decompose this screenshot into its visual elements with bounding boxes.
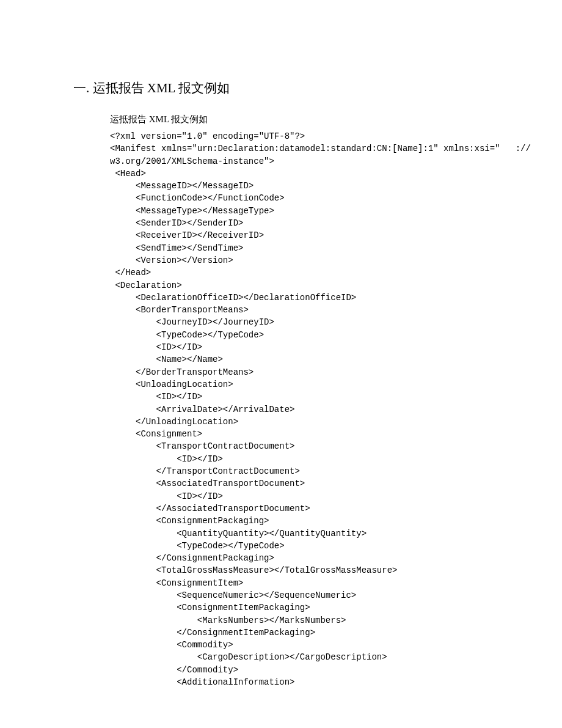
document-page: 一. 运抵报告 XML 报文例如 运抵报告 XML 报文例如 <?xml ver…	[0, 0, 562, 725]
section-subheading: 运抵报告 XML 报文例如	[110, 114, 495, 125]
xml-code-block: <?xml version="1.0" encoding="UTF-8"?> <…	[110, 130, 495, 688]
section-heading: 一. 运抵报告 XML 报文例如	[73, 79, 495, 97]
